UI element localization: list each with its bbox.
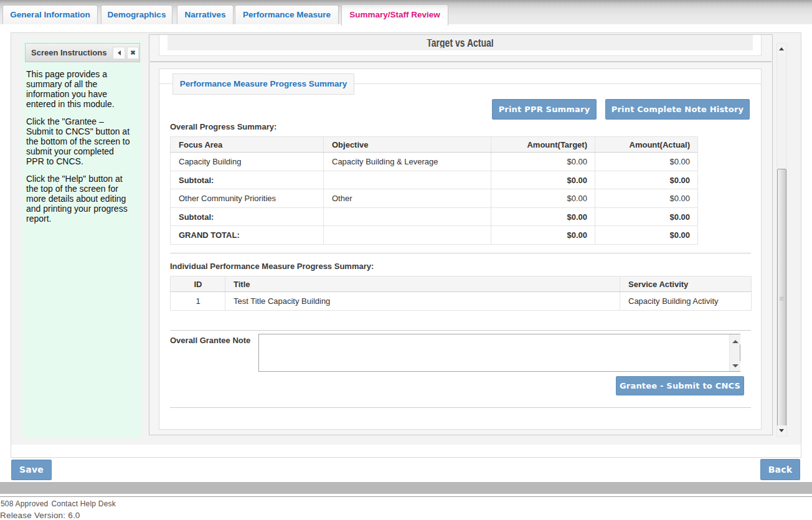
tab-performance-measure[interactable]: Performance Measure bbox=[235, 5, 339, 24]
instruction-paragraph: This page provides a summary of all the … bbox=[26, 69, 138, 109]
table-row: GRAND TOTAL:$0.00$0.00 bbox=[171, 226, 698, 245]
cell-objective: Other bbox=[324, 189, 491, 208]
cell-focus-area: Subtotal: bbox=[171, 208, 324, 226]
tab-general-information[interactable]: General Information bbox=[2, 5, 98, 24]
back-button[interactable]: Back bbox=[760, 459, 800, 480]
footer-divider bbox=[0, 496, 812, 497]
individual-summary-label: Individual Performance Measure Progress … bbox=[170, 262, 374, 272]
cell-id: 1 bbox=[171, 292, 225, 311]
scroll-down-arrow-icon bbox=[779, 429, 784, 432]
close-x-icon: ✖ bbox=[128, 47, 138, 59]
column-header-title: Title bbox=[225, 277, 620, 292]
scrollbar-thumb[interactable] bbox=[777, 169, 786, 427]
page-container: Screen Instructions ✖ This page provides… bbox=[11, 32, 801, 458]
collapse-left-triangle-icon bbox=[118, 50, 121, 55]
table-row: 1Test Title Capacity BuildingCapacity Bu… bbox=[171, 292, 752, 311]
tab-demographics[interactable]: Demographics bbox=[101, 5, 172, 24]
cell-focus-area: Subtotal: bbox=[171, 171, 324, 189]
table-header-row: Focus AreaObjectiveAmount(Target)Amount(… bbox=[171, 137, 698, 153]
cell-focus-area: Other Community Priorities bbox=[171, 189, 324, 208]
scrollbar-grip-icon bbox=[780, 297, 784, 300]
cell-focus-area: Capacity Building bbox=[171, 153, 324, 171]
column-header-amount-target: Amount(Target) bbox=[491, 137, 595, 153]
instruction-paragraph: Click the "Help" button at the top of th… bbox=[26, 174, 138, 224]
column-header-objective: Objective bbox=[324, 137, 491, 153]
print-complete-note-history-button[interactable]: Print Complete Note History bbox=[605, 99, 750, 120]
target-vs-actual-header: Target vs Actual bbox=[168, 35, 753, 50]
scroll-up-arrow-icon bbox=[779, 47, 784, 50]
cell-objective bbox=[324, 171, 491, 189]
vertical-scrollbar[interactable] bbox=[777, 43, 787, 437]
grantee-submit-to-cncs-button[interactable]: Grantee - Submit to CNCS bbox=[616, 376, 744, 395]
cell-amount-actual: $0.00 bbox=[595, 153, 698, 171]
summary-scroll-panel: Target vs Actual Performance Measure Pro… bbox=[149, 34, 773, 435]
divider bbox=[170, 253, 751, 253]
scrollbar-down-button[interactable] bbox=[777, 425, 786, 436]
cell-amount-target: $0.00 bbox=[491, 153, 595, 171]
table-row: Capacity BuildingCapacity Building & Lev… bbox=[171, 153, 698, 171]
cell-amount-actual: $0.00 bbox=[595, 189, 698, 208]
instruction-paragraph: Click the "Grantee – Submit to CNCS" but… bbox=[26, 116, 138, 166]
cell-service-activity: Capacity Building Activity bbox=[620, 292, 752, 311]
cell-objective: Capacity Building & Leverage bbox=[324, 153, 491, 171]
tab-summary-staff-review[interactable]: Summary/Staff Review bbox=[341, 4, 448, 26]
divider bbox=[170, 407, 751, 408]
tab-narratives[interactable]: Narratives bbox=[177, 5, 234, 24]
cell-amount-target: $0.00 bbox=[491, 208, 595, 226]
table-header-row: IDTitleService Activity bbox=[171, 277, 752, 292]
overall-progress-summary-table: Focus AreaObjectiveAmount(Target)Amount(… bbox=[170, 136, 698, 245]
scrollbar-up-button[interactable] bbox=[777, 44, 786, 54]
progress-summary-panel: Performance Measure Progress Summary Pri… bbox=[159, 69, 762, 430]
cell-title: Test Title Capacity Building bbox=[225, 292, 620, 311]
column-header-focus-area: Focus Area bbox=[171, 137, 324, 153]
cell-focus-area: GRAND TOTAL: bbox=[171, 226, 324, 245]
table-row: Subtotal:$0.00$0.00 bbox=[171, 208, 698, 226]
table-row: Other Community PrioritiesOther$0.00$0.0… bbox=[171, 189, 698, 208]
progress-summary-tab[interactable]: Performance Measure Progress Summary bbox=[172, 73, 354, 95]
screen-instructions-panel: Screen Instructions ✖ This page provides… bbox=[22, 40, 141, 438]
column-header-service-activity: Service Activity bbox=[620, 277, 752, 292]
sidebar-collapse-button[interactable] bbox=[113, 47, 125, 59]
save-button[interactable]: Save bbox=[11, 460, 52, 480]
overall-progress-summary-label: Overall Progress Summary: bbox=[170, 122, 276, 132]
section-separator-rule bbox=[150, 61, 772, 62]
overall-grantee-note-textarea[interactable] bbox=[258, 334, 740, 372]
footer-link-contact-help-desk[interactable]: Contact Help Desk bbox=[51, 499, 115, 508]
print-ppr-summary-button[interactable]: Print PPR Summary bbox=[492, 99, 597, 120]
cell-amount-target: $0.00 bbox=[491, 226, 595, 245]
target-vs-actual-clip: Target vs Actual bbox=[168, 35, 753, 48]
release-version: Release Version: 6.0 bbox=[0, 511, 80, 520]
module-tab-bar: General InformationDemographicsNarrative… bbox=[0, 0, 812, 24]
screen-instructions-title: Screen Instructions bbox=[31, 44, 106, 62]
column-header-id: ID bbox=[171, 277, 225, 292]
screen-instructions-text: This page provides a summary of all the … bbox=[26, 69, 138, 231]
table-row: Subtotal:$0.00$0.00 bbox=[171, 171, 698, 189]
footer-links: 508 ApprovedContact Help Desk bbox=[1, 499, 119, 508]
cell-amount-target: $0.00 bbox=[491, 189, 595, 208]
cell-amount-actual: $0.00 bbox=[595, 171, 698, 189]
overall-grantee-note-label: Overall Grantee Note bbox=[170, 336, 250, 346]
cell-objective bbox=[324, 208, 491, 226]
cell-objective bbox=[324, 226, 491, 245]
target-vs-actual-clip-cover bbox=[168, 35, 753, 39]
column-header-amount-actual: Amount(Actual) bbox=[595, 137, 698, 153]
bottom-gray-bar bbox=[0, 482, 812, 494]
individual-summary-table: IDTitleService Activity 1Test Title Capa… bbox=[170, 276, 752, 311]
cell-amount-actual: $0.00 bbox=[595, 226, 698, 245]
screen-instructions-header: Screen Instructions ✖ bbox=[25, 43, 140, 62]
footer-link-508-approved[interactable]: 508 Approved bbox=[1, 499, 48, 508]
divider bbox=[170, 330, 751, 331]
sidebar-close-button[interactable]: ✖ bbox=[127, 47, 139, 59]
target-vs-actual-panel: Target vs Actual bbox=[159, 35, 762, 56]
cell-amount-target: $0.00 bbox=[491, 171, 595, 189]
cell-amount-actual: $0.00 bbox=[595, 208, 698, 226]
